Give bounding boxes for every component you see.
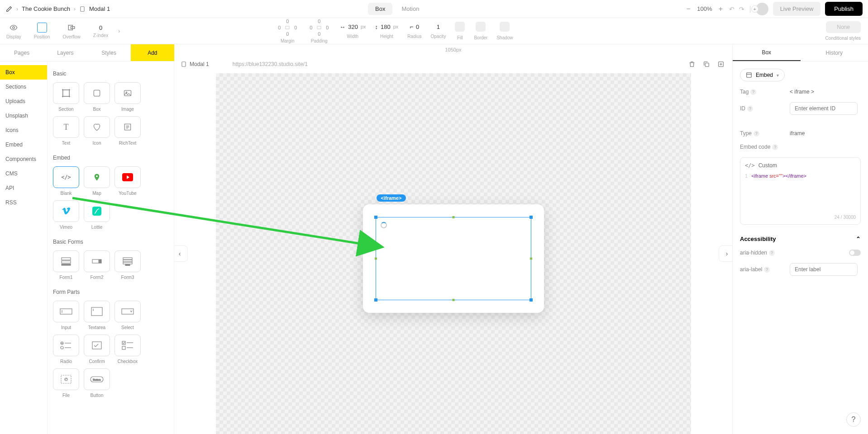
edit-icon[interactable]: [5, 5, 13, 13]
publish-button[interactable]: Publish: [825, 2, 863, 16]
tab-pages[interactable]: Pages: [0, 44, 43, 61]
cat-unsplash[interactable]: Unsplash: [0, 108, 47, 123]
padding-control[interactable]: 0 00 0 Padding: [308, 19, 330, 43]
resize-handle-ml[interactable]: [375, 258, 377, 260]
help-fab[interactable]: ?: [846, 412, 861, 427]
radius-control[interactable]: ⌐0 Radius: [407, 24, 421, 39]
add-icon[interactable]: Icon: [84, 116, 110, 146]
artboard[interactable]: <iframe>: [216, 73, 691, 434]
fill-swatch[interactable]: [455, 22, 465, 32]
overflow-tool[interactable]: Overflow: [56, 19, 86, 44]
conditional-none-button[interactable]: None: [826, 21, 861, 33]
add-blank-embed[interactable]: </>Blank: [53, 166, 79, 196]
add-section[interactable]: Section: [53, 82, 79, 112]
add-text[interactable]: TText: [53, 116, 79, 146]
resize-handle-br[interactable]: [529, 298, 533, 302]
width-control[interactable]: ↔320px Width: [339, 24, 366, 39]
preview-button[interactable]: Live Preview: [773, 2, 821, 16]
mode-motion[interactable]: Motion: [394, 3, 426, 15]
inspector-tab-history[interactable]: History: [801, 44, 868, 61]
aria-label-input[interactable]: [790, 263, 858, 276]
resize-handle-mr[interactable]: [530, 258, 532, 260]
add-map[interactable]: Map: [84, 166, 110, 196]
cat-box[interactable]: Box: [0, 65, 47, 80]
cat-embed[interactable]: Embed: [0, 137, 47, 152]
delete-button[interactable]: [687, 59, 697, 69]
redo-button[interactable]: ↷: [739, 5, 744, 13]
border-control[interactable]: Border: [474, 22, 487, 40]
opacity-control[interactable]: 1 Opacity: [431, 24, 446, 39]
canvas-viewport[interactable]: <iframe> ‹ ›: [174, 73, 732, 434]
inspector-tab-box[interactable]: Box: [733, 44, 801, 61]
mode-box[interactable]: Box: [368, 3, 392, 15]
cat-rss[interactable]: RSS: [0, 195, 47, 210]
cat-components[interactable]: Components: [0, 152, 47, 166]
add-radio[interactable]: Radio: [53, 335, 79, 364]
modal-element[interactable]: <iframe>: [363, 204, 544, 313]
prev-breakpoint-button[interactable]: ‹: [174, 245, 188, 262]
zoom-in-button[interactable]: +: [716, 5, 725, 13]
add-youtube[interactable]: YouTube: [114, 166, 141, 196]
code-editor[interactable]: </>Custom 1<iframe src=""></iframe> 24 /…: [740, 157, 861, 225]
add-confirm[interactable]: Confirm: [84, 335, 110, 364]
cat-sections[interactable]: Sections: [0, 80, 47, 94]
cat-uploads[interactable]: Uploads: [0, 94, 47, 108]
add-image[interactable]: Image: [114, 82, 141, 112]
add-richtext[interactable]: RichText: [114, 116, 141, 146]
tab-layers[interactable]: Layers: [43, 44, 87, 61]
add-form1[interactable]: Form1: [53, 250, 79, 280]
id-input[interactable]: [790, 102, 858, 115]
canvas-page-selector[interactable]: Modal 1: [181, 61, 209, 67]
help-icon[interactable]: ?: [764, 267, 770, 273]
resize-handle-bl[interactable]: [374, 298, 377, 302]
zoom-out-button[interactable]: −: [684, 5, 692, 13]
resize-handle-tm[interactable]: [452, 216, 454, 218]
shadow-swatch[interactable]: [500, 22, 510, 32]
user-avatar[interactable]: +: [756, 3, 768, 15]
accessibility-header[interactable]: Accessibility ⌃: [740, 236, 861, 242]
cat-icons[interactable]: Icons: [0, 123, 47, 137]
help-icon[interactable]: ?: [772, 144, 778, 150]
project-name[interactable]: The Cookie Bunch: [22, 5, 70, 12]
add-form3[interactable]: Form3: [114, 250, 141, 280]
fill-control[interactable]: Fill: [455, 22, 465, 40]
duplicate-button[interactable]: [701, 59, 711, 69]
margin-control[interactable]: 0 00 0 Margin: [276, 19, 299, 43]
add-input[interactable]: Input: [53, 301, 79, 330]
add-vimeo[interactable]: Vimeo: [53, 200, 79, 230]
chevron-right-icon[interactable]: ›: [118, 28, 120, 34]
tab-styles[interactable]: Styles: [87, 44, 131, 61]
cat-cms[interactable]: CMS: [0, 166, 47, 181]
shadow-control[interactable]: Shadow: [496, 22, 513, 40]
cat-api[interactable]: API: [0, 181, 47, 195]
add-button[interactable]: ButtonButton: [84, 368, 110, 398]
zindex-tool[interactable]: 0Z-index: [87, 19, 114, 44]
add-lottie[interactable]: Lottie: [84, 200, 110, 230]
selection-tag[interactable]: <iframe>: [377, 194, 406, 202]
element-type-selector[interactable]: Embed ▾: [740, 69, 785, 81]
border-swatch[interactable]: [476, 22, 486, 32]
type-value[interactable]: iframe: [790, 130, 805, 137]
help-icon[interactable]: ?: [747, 106, 753, 112]
position-tool[interactable]: Position: [28, 19, 57, 44]
help-icon[interactable]: ?: [754, 131, 759, 137]
iframe-selection[interactable]: [376, 217, 531, 300]
resize-handle-bm[interactable]: [452, 299, 454, 301]
aria-hidden-toggle[interactable]: [849, 250, 861, 256]
resize-handle-tl[interactable]: [374, 216, 377, 219]
add-page-button[interactable]: [716, 59, 726, 69]
add-file[interactable]: File: [53, 368, 79, 398]
add-select[interactable]: Select: [114, 301, 141, 330]
next-breakpoint-button[interactable]: ›: [719, 245, 732, 262]
add-collaborator-icon[interactable]: +: [751, 5, 758, 13]
help-icon[interactable]: ?: [769, 250, 775, 256]
tag-value[interactable]: < iframe >: [790, 89, 814, 95]
tab-add[interactable]: Add: [131, 44, 174, 61]
add-form2[interactable]: Form2: [84, 250, 110, 280]
page-name[interactable]: Modal 1: [89, 5, 110, 12]
add-box[interactable]: Box: [84, 82, 110, 112]
display-tool[interactable]: Display: [0, 19, 28, 44]
height-control[interactable]: ↕180px Height: [375, 24, 399, 39]
add-checkbox[interactable]: Checkbox: [114, 335, 141, 364]
resize-handle-tr[interactable]: [529, 216, 533, 219]
